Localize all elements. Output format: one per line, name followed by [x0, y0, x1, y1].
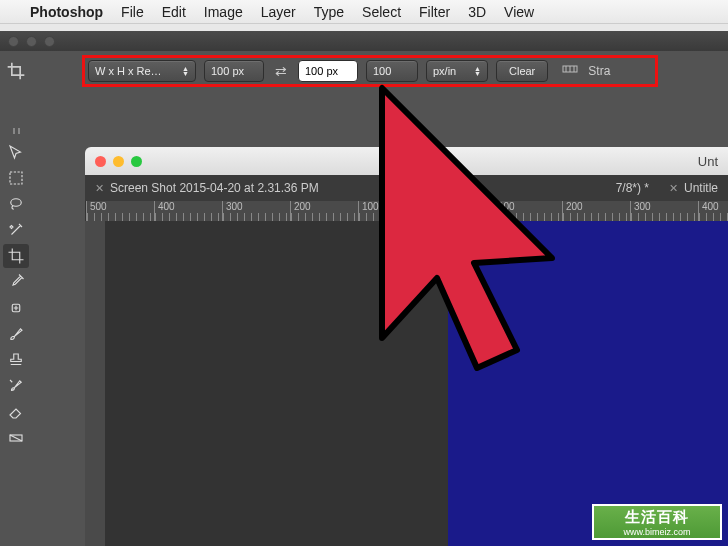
- window-titlebar: [0, 31, 728, 51]
- window-zoom-button[interactable]: [44, 36, 55, 47]
- menu-image[interactable]: Image: [204, 4, 243, 20]
- svg-point-5: [11, 199, 22, 207]
- resolution-unit-dropdown[interactable]: px/in ▲▼: [426, 60, 488, 82]
- document-tab-2[interactable]: ✕ Untitle: [659, 175, 728, 201]
- brush-tool[interactable]: [3, 322, 29, 346]
- ruler-horizontal[interactable]: 500 400 300 200 100 0 100 200 300 400: [85, 201, 728, 221]
- straighten-icon[interactable]: [562, 61, 580, 81]
- healing-tool[interactable]: [3, 296, 29, 320]
- photoshop-window: W x H x Re… ▲▼ 100 px ⇄ 100 px 100 px/in…: [0, 31, 728, 546]
- menu-edit[interactable]: Edit: [162, 4, 186, 20]
- ruler-tick: 400: [698, 201, 728, 221]
- doc-close-button[interactable]: [95, 156, 106, 167]
- menu-filter[interactable]: Filter: [419, 4, 450, 20]
- document-tab-1[interactable]: ✕ Screen Shot 2015-04-20 at 2.31.36 PM: [85, 175, 329, 201]
- ruler-tick: 200: [562, 201, 630, 221]
- history-brush-tool[interactable]: [3, 374, 29, 398]
- crop-tool-icon: [6, 61, 26, 81]
- document-title: Unt: [142, 154, 728, 169]
- stamp-tool[interactable]: [3, 348, 29, 372]
- ruler-tick: 200: [290, 201, 358, 221]
- crop-preset-dropdown[interactable]: W x H x Re… ▲▼: [88, 60, 196, 82]
- clear-button[interactable]: Clear: [496, 60, 548, 82]
- mac-menubar: Photoshop File Edit Image Layer Type Sel…: [0, 0, 728, 24]
- menu-3d[interactable]: 3D: [468, 4, 486, 20]
- ruler-tick: 400: [154, 201, 222, 221]
- crop-tool[interactable]: [3, 244, 29, 268]
- close-tab-icon[interactable]: ✕: [669, 182, 678, 195]
- doc-zoom-button[interactable]: [131, 156, 142, 167]
- dropdown-arrows-icon: ▲▼: [182, 66, 189, 76]
- document-titlebar: Unt: [85, 147, 728, 175]
- menu-file[interactable]: File: [121, 4, 144, 20]
- doc-minimize-button[interactable]: [113, 156, 124, 167]
- lasso-tool[interactable]: [3, 192, 29, 216]
- crop-height-input[interactable]: 100 px: [298, 60, 358, 82]
- ruler-vertical[interactable]: [85, 221, 105, 546]
- canvas-area[interactable]: [105, 221, 728, 546]
- gradient-tool[interactable]: [3, 426, 29, 450]
- close-tab-icon[interactable]: ✕: [95, 182, 104, 195]
- move-tool[interactable]: [3, 140, 29, 164]
- marquee-tool[interactable]: [3, 166, 29, 190]
- wand-tool[interactable]: [3, 218, 29, 242]
- crop-preset-label: W x H x Re…: [95, 65, 162, 77]
- document-tab-1-suffix: 7/8*) *: [606, 175, 659, 201]
- svg-rect-4: [10, 172, 22, 184]
- window-minimize-button[interactable]: [26, 36, 37, 47]
- menu-type[interactable]: Type: [314, 4, 344, 20]
- menu-view[interactable]: View: [504, 4, 534, 20]
- swap-dimensions-icon[interactable]: ⇄: [272, 63, 290, 79]
- watermark-url: www.bimeiz.com: [623, 527, 690, 537]
- options-bar: W x H x Re… ▲▼ 100 px ⇄ 100 px 100 px/in…: [0, 51, 728, 91]
- straighten-label[interactable]: Stra: [588, 64, 610, 78]
- window-close-button[interactable]: [8, 36, 19, 47]
- toolbox-grip[interactable]: [4, 128, 28, 134]
- watermark-title: 生活百科: [625, 508, 689, 527]
- ruler-tick: 100: [494, 201, 562, 221]
- ruler-tick: 0: [426, 201, 494, 221]
- artboard[interactable]: [448, 221, 728, 546]
- watermark: 生活百科 www.bimeiz.com: [592, 504, 722, 540]
- app-name[interactable]: Photoshop: [30, 4, 103, 20]
- ruler-tick: 300: [222, 201, 290, 221]
- crop-resolution-input[interactable]: 100: [366, 60, 418, 82]
- menu-select[interactable]: Select: [362, 4, 401, 20]
- document-tabbar: ✕ Screen Shot 2015-04-20 at 2.31.36 PM 7…: [85, 175, 728, 201]
- toolbox: [0, 122, 32, 546]
- crop-width-input[interactable]: 100 px: [204, 60, 264, 82]
- eraser-tool[interactable]: [3, 400, 29, 424]
- eyedropper-tool[interactable]: [3, 270, 29, 294]
- menu-layer[interactable]: Layer: [261, 4, 296, 20]
- ruler-tick: 100: [358, 201, 426, 221]
- ruler-tick: 500: [86, 201, 154, 221]
- ruler-tick: 300: [630, 201, 698, 221]
- dropdown-arrows-icon: ▲▼: [474, 66, 481, 76]
